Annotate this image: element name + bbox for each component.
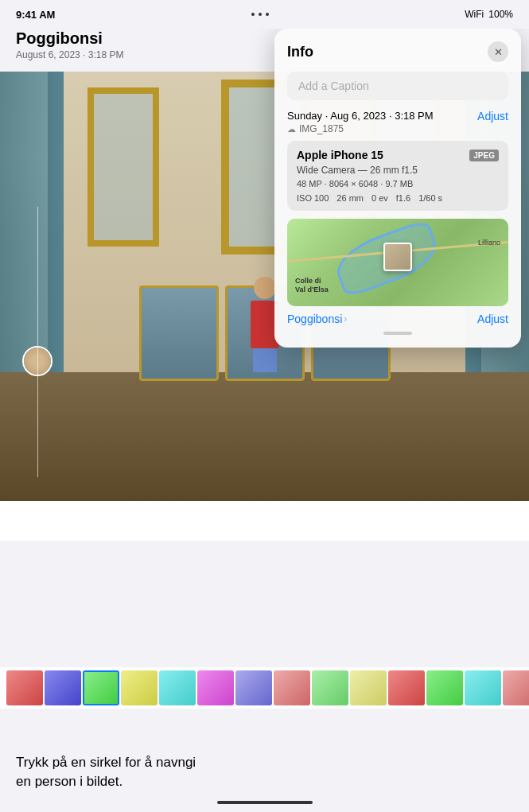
map-footer: Poggibonsi › Adjust [287, 313, 508, 325]
home-indicator [217, 801, 313, 804]
thumbnail-4[interactable] [121, 670, 158, 705]
status-center [251, 13, 269, 16]
tooltip-area: Trykk på en sirkel for å navngien person… [0, 732, 529, 812]
battery-icon: 100% [488, 9, 513, 20]
caption-input[interactable]: Add a Caption [287, 72, 508, 100]
map-label-colle: Colle diVal d'Elsa [295, 277, 329, 294]
gap-area [0, 501, 529, 541]
cloud-icon: ☁ [287, 124, 296, 134]
location-link[interactable]: Poggibonsi › [287, 313, 347, 325]
wifi-icon: WiFi [465, 9, 484, 20]
thumbnail-7[interactable] [235, 670, 272, 705]
specs-row: 48 MP · 8064 × 6048 · 9.7 MB [297, 179, 499, 188]
close-button[interactable]: ✕ [488, 41, 508, 62]
info-panel-title: Info [287, 44, 313, 60]
thumbnail-6[interactable] [197, 670, 234, 705]
device-row: Apple iPhone 15 JPEG [297, 149, 499, 161]
status-icons: WiFi 100% [465, 9, 513, 20]
tooltip-text: Trykk på en sirkel for å navngien person… [16, 753, 196, 791]
room-floor [0, 372, 529, 501]
thumbnail-10[interactable] [350, 670, 387, 705]
mirror-left [88, 87, 159, 247]
exif-fstop: f1.6 [396, 193, 410, 203]
thumbnail-1[interactable] [6, 670, 43, 705]
thumbnail-strip[interactable] [0, 667, 529, 709]
thumbnail-12[interactable] [426, 670, 463, 705]
map-pin [383, 243, 412, 271]
camera-info: Wide Camera — 26 mm f1.5 [297, 165, 499, 176]
device-name: Apple iPhone 15 [297, 149, 383, 161]
thumbnail-8[interactable] [274, 670, 310, 705]
person-head [254, 277, 276, 299]
file-text: ☁ IMG_1875 [287, 123, 434, 134]
exif-ev: 0 ev [371, 193, 388, 203]
status-dot-3 [266, 13, 269, 16]
status-bar: 9:41 AM WiFi 100% [0, 0, 529, 29]
chevron-right-icon: › [344, 313, 347, 324]
adjust-date-button[interactable]: Adjust [477, 110, 508, 122]
format-badge: JPEG [469, 150, 499, 161]
date-info: Sunday · Aug 6, 2023 · 3:18 PM ☁ IMG_187… [287, 110, 434, 134]
device-info-block: Apple iPhone 15 JPEG Wide Camera — 26 mm… [287, 141, 508, 211]
map-pin-image [385, 244, 410, 270]
info-panel: Info ✕ Add a Caption Sunday · Aug 6, 202… [274, 29, 521, 348]
thumbnail-14[interactable] [503, 670, 529, 705]
drag-handle[interactable] [383, 332, 412, 335]
thumbnail-13[interactable] [465, 670, 501, 705]
person-legs [253, 348, 277, 372]
status-time: 9:41 AM [16, 9, 55, 21]
photo-header: Poggibonsi August 6, 2023 · 3:18 PM [16, 29, 123, 60]
info-panel-header: Info ✕ [287, 41, 508, 62]
exif-shutter: 1/60 s [418, 193, 442, 203]
face-recognition-line [37, 207, 38, 477]
map-label-lilliano: Lilliano [478, 239, 500, 247]
photo-title: Poggibonsi [16, 29, 123, 48]
sofa-left [139, 286, 219, 381]
map-container[interactable]: Colle diVal d'Elsa Lilliano [287, 219, 508, 306]
thumbnail-5[interactable] [159, 670, 196, 705]
thumbnail-3-active[interactable] [83, 670, 119, 705]
thumbnail-11[interactable] [388, 670, 425, 705]
date-row: Sunday · Aug 6, 2023 · 3:18 PM ☁ IMG_187… [287, 110, 508, 134]
thumbnail-2[interactable] [45, 670, 81, 705]
photo-subtitle: August 6, 2023 · 3:18 PM [16, 49, 123, 60]
exif-row: ISO 100 26 mm 0 ev f1.6 1/60 s [297, 193, 499, 203]
status-dot-1 [251, 13, 255, 16]
exif-iso: ISO 100 [297, 193, 329, 203]
adjust-location-button[interactable]: Adjust [477, 313, 508, 325]
status-dot-2 [259, 13, 262, 16]
exif-fl: 26 mm [336, 193, 364, 203]
date-text: Sunday · Aug 6, 2023 · 3:18 PM [287, 110, 434, 122]
thumbnail-9[interactable] [312, 670, 348, 705]
